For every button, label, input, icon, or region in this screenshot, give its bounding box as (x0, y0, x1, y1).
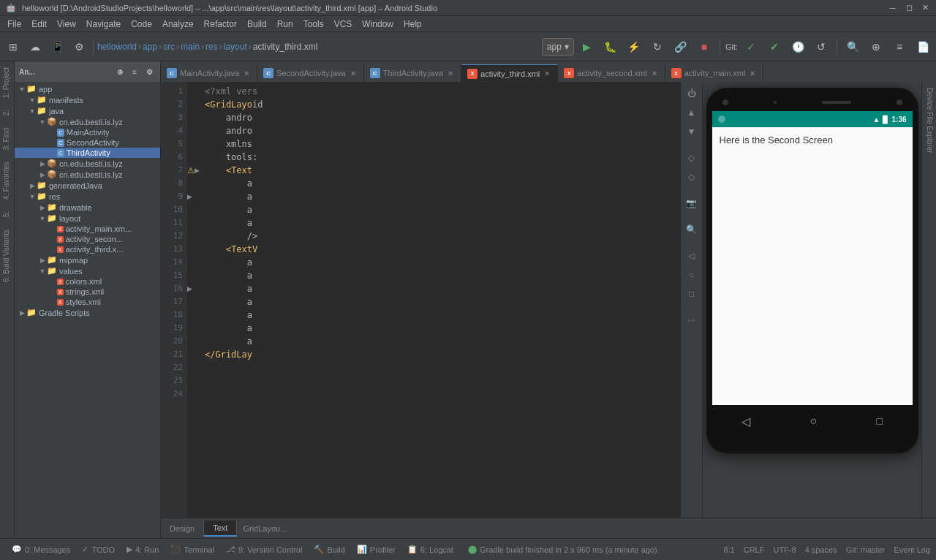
breadcrumb-src[interactable]: src (163, 42, 175, 52)
tab-activity-second-xml[interactable]: X activity_second.xml ✕ (558, 64, 665, 82)
tab-mainactivity[interactable]: C MainActivity.java ✕ (161, 64, 257, 82)
vtab-favorites[interactable]: 4: Favorites (0, 156, 14, 205)
tree-item-activity-third-xml[interactable]: X activity_third.x... (15, 244, 160, 254)
menu-build[interactable]: Build (243, 16, 271, 32)
tree-item-app[interactable]: ▼ 📁 app (15, 83, 160, 94)
status-terminal[interactable]: ⬛ Terminal (165, 539, 220, 561)
tab-design[interactable]: Design (161, 521, 204, 536)
find-button[interactable]: 🔍 (842, 37, 863, 57)
device-file-explorer-tab[interactable]: Device File Explorer (921, 82, 936, 518)
tree-item-drawable[interactable]: ▶ 📁 drawable (15, 202, 160, 213)
phone-home-button[interactable]: ○ (809, 415, 817, 428)
rotate-button[interactable]: ◇ (683, 149, 701, 167)
back-button[interactable]: ◁ (683, 247, 701, 265)
tree-item-res[interactable]: ▼ 📁 res (15, 191, 160, 202)
status-messages[interactable]: 💬 0: Messages (6, 539, 76, 561)
tree-item-colors-xml[interactable]: X colors.xml (15, 276, 160, 287)
fold-marker-16[interactable]: ▶ (187, 282, 199, 295)
project-structure-button[interactable]: ⊞ (3, 37, 23, 57)
event-log[interactable]: Event Log (894, 545, 930, 554)
menu-help[interactable]: Help (399, 16, 426, 32)
tree-item-manifests[interactable]: ▼ 📁 manifests (15, 94, 160, 105)
gear-icon[interactable]: ⚙ (143, 65, 156, 78)
menu-window[interactable]: Window (358, 16, 398, 32)
avd-manager-button[interactable]: 📱 (47, 37, 67, 57)
tree-item-activity-second-xml[interactable]: X activity_secon... (15, 234, 160, 244)
collapse-all-button[interactable]: ≡ (128, 65, 141, 78)
menu-navigate[interactable]: Navigate (82, 16, 125, 32)
find-usages-button[interactable]: ⊕ (866, 37, 886, 57)
encoding[interactable]: UTF-8 (773, 545, 796, 554)
vtab-2[interactable]: 2: (0, 104, 14, 121)
breadcrumb-app[interactable]: app (143, 42, 157, 52)
tree-item-activity-main-xml[interactable]: X activity_main.xm... (15, 224, 160, 234)
structure-button[interactable]: ≡ (889, 37, 910, 57)
indent[interactable]: 4 spaces (805, 545, 837, 554)
phone-recents-button[interactable]: □ (876, 415, 882, 427)
git-commit-button[interactable]: ✓ (741, 37, 761, 57)
volume-up-button[interactable]: ▲ (683, 104, 701, 121)
tab-thirdactivity[interactable]: C ThirdActivity.java ✕ (364, 64, 461, 82)
vtab-find[interactable]: 3: Find (0, 122, 14, 156)
tab-close-activity-third-xml[interactable]: ✕ (543, 69, 551, 78)
fold-marker-9[interactable]: ▶ (187, 190, 199, 203)
tree-item-mainactivity[interactable]: C MainActivity (15, 127, 160, 137)
git-history-button[interactable]: 🕐 (788, 37, 808, 57)
tree-item-gradle-scripts[interactable]: ▶ 📁 Gradle Scripts (15, 307, 160, 318)
rotate2-button[interactable]: ◇ (683, 168, 701, 186)
minimize-button[interactable]: ─ (888, 3, 898, 13)
tree-item-thirdactivity[interactable]: C ThirdActivity (15, 148, 160, 158)
tree-item-package1[interactable]: ▼ 📦 cn.edu.besti.is.lyz (15, 116, 160, 127)
code-editor[interactable]: 1 2 3 4 5 6 7 8 9 10 11 12 13 14 15 16 1 (161, 82, 680, 518)
tree-item-package3[interactable]: ▶ 📦 cn.edu.besti.is.lyz (15, 169, 160, 180)
recent-files-button[interactable]: 📄 (913, 37, 933, 57)
menu-analyze[interactable]: Analyze (158, 16, 198, 32)
volume-down-button[interactable]: ▼ (683, 123, 701, 140)
menu-run[interactable]: Run (273, 16, 298, 32)
stop-button[interactable]: ■ (694, 37, 714, 57)
tree-item-layout[interactable]: ▼ 📁 layout (15, 213, 160, 224)
sync-button[interactable]: ⊕ (113, 65, 127, 78)
tree-item-secondactivity[interactable]: C SecondActivity (15, 137, 160, 148)
menu-file[interactable]: File (3, 16, 26, 32)
breadcrumb-main[interactable]: main (181, 42, 200, 52)
vtab-project[interactable]: 1: Project (0, 61, 14, 104)
tree-item-strings-xml[interactable]: X strings.xml (15, 287, 160, 297)
status-todo[interactable]: ✓ TODO (76, 539, 121, 561)
sdk-manager-button[interactable]: ☁ (25, 37, 45, 57)
run-config-run-button[interactable]: ▶ (577, 37, 597, 57)
restore-button[interactable]: ◻ (904, 3, 914, 13)
home-button[interactable]: ○ (683, 266, 701, 284)
tab-close-activity-main-xml[interactable]: ✕ (748, 69, 757, 77)
attach-debugger-button[interactable]: 🔗 (671, 37, 691, 57)
tab-activity-main-xml[interactable]: X activity_main.xml ✕ (665, 64, 764, 82)
code-content[interactable]: <?xml vers <GridLayoid andro andro xmlns… (199, 82, 680, 518)
status-vcs[interactable]: ⎇ 9: Version Control (220, 539, 308, 561)
zoom-button[interactable]: 🔍 (683, 221, 701, 238)
git-revert-button[interactable]: ↺ (811, 37, 831, 57)
tab-close-activity-second-xml[interactable]: ✕ (650, 69, 659, 77)
tab-close-secondactivity[interactable]: ✕ (349, 69, 358, 77)
status-logcat[interactable]: 📋 6: Logcat (401, 539, 459, 561)
tab-close-mainactivity[interactable]: ✕ (242, 69, 251, 77)
tab-text[interactable]: Text (204, 521, 237, 537)
tree-item-styles-xml[interactable]: X styles.xml (15, 297, 160, 307)
status-profiler[interactable]: 📊 Profiler (351, 539, 401, 561)
tab-close-thirdactivity[interactable]: ✕ (446, 69, 455, 77)
tree-item-java[interactable]: ▼ 📁 java (15, 105, 160, 116)
device-file-explorer-label[interactable]: Device File Explorer (922, 82, 936, 159)
tab-secondactivity[interactable]: C SecondActivity.java ✕ (257, 64, 364, 82)
line-ending[interactable]: CRLF (744, 545, 765, 554)
tree-item-mipmap[interactable]: ▶ 📁 mipmap (15, 254, 160, 265)
breadcrumb-helloworld[interactable]: helloworld (97, 42, 137, 52)
git-push-button[interactable]: ✔ (764, 37, 785, 57)
run-config-dropdown[interactable]: app ▾ (542, 38, 574, 56)
git-branch[interactable]: Git: master (846, 545, 886, 554)
screenshot-button[interactable]: 📷 (683, 194, 701, 212)
tab-activity-third-xml[interactable]: X activity_third.xml ✕ (461, 64, 558, 82)
menu-code[interactable]: Code (127, 16, 156, 32)
menu-refactor[interactable]: Refactor (200, 16, 241, 32)
menu-view[interactable]: View (53, 16, 80, 32)
phone-back-button[interactable]: ◁ (741, 415, 750, 428)
settings-button[interactable]: ⚙ (69, 37, 89, 57)
